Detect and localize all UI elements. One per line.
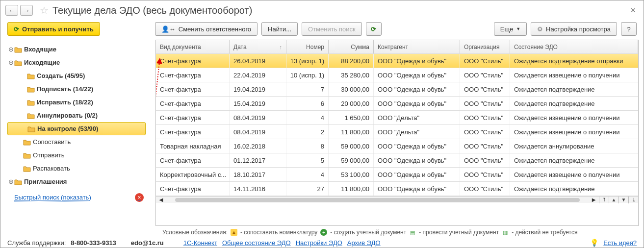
scroll-thumb[interactable]	[175, 198, 580, 202]
tree-inbox[interactable]: ⊕ Входящие	[7, 43, 148, 56]
legend-post: - провести учетный документ	[419, 229, 499, 236]
tree-label: Подписать (14/22)	[37, 85, 93, 93]
find-button[interactable]: Найти...	[261, 22, 298, 36]
tree-create[interactable]: Создать (45/95)	[7, 69, 148, 82]
change-responsible-button[interactable]: 👤↔ Сменить ответственного	[155, 22, 258, 36]
tree-outbox[interactable]: ⊖ Исходящие	[7, 56, 148, 69]
link-idea[interactable]: Есть идея?	[603, 239, 637, 247]
table-row[interactable]: Счет-фактура15.04.2019620 000,00ООО "Оде…	[156, 97, 638, 111]
legend: Условные обозначения: ▲ - сопоставить но…	[0, 226, 644, 236]
cell-sum: 20 000,00	[329, 97, 374, 110]
quick-search-link[interactable]: Быстрый поиск (показать)	[14, 194, 91, 201]
table-row[interactable]: Товарная накладная16.02.2018859 000,00ОО…	[156, 139, 638, 153]
support-label: Служба поддержки:	[7, 239, 66, 247]
cell-num: 2	[286, 125, 329, 139]
tree: ⊕ Входящие ⊖ Исходящие Создать (45/95) П…	[0, 40, 148, 226]
tree-sign[interactable]: Подписать (14/22)	[7, 82, 148, 96]
table-row[interactable]: Счет-фактура08.04.2019211 800,00ООО "Дел…	[156, 125, 638, 139]
cell-org: ООО "Стиль"	[460, 125, 510, 139]
favorite-icon[interactable]: ☆	[39, 5, 50, 16]
nav-last-icon[interactable]: ⤓	[628, 197, 638, 203]
table-row[interactable]: Корректировочный с...18.10.2017453 100,0…	[156, 168, 638, 182]
cell-org: ООО "Стиль"	[460, 82, 510, 96]
folder-icon	[27, 125, 37, 132]
col-org[interactable]: Организация	[460, 40, 510, 53]
folder-icon	[23, 152, 33, 159]
legend-match: - сопоставить номенклатуру	[240, 229, 317, 236]
cell-type: Счет-фактура	[156, 82, 230, 96]
tree-match[interactable]: Сопоставить	[7, 135, 148, 149]
clear-search-icon[interactable]: ×	[135, 193, 144, 202]
collapse-icon[interactable]: ⊖	[7, 59, 14, 66]
cell-type: Счет-фактура	[156, 97, 230, 110]
col-state[interactable]: Состояние ЭДО	[510, 40, 638, 53]
col-kontr[interactable]: Контрагент	[374, 40, 460, 53]
link-settings[interactable]: Настройки ЭДО	[296, 239, 342, 247]
cancel-find-button[interactable]: Отменить поиск	[302, 22, 362, 36]
col-date[interactable]: Дата↑	[230, 40, 286, 53]
tree-label: Создать (45/95)	[37, 72, 85, 79]
cell-sum: 1 650,00	[329, 111, 374, 124]
legend-create: - создать учетный документ	[330, 229, 406, 236]
table-row[interactable]: Счет-фактура08.04.201941 650,00ООО "Дель…	[156, 111, 638, 125]
forward-button[interactable]: →	[20, 5, 33, 16]
tree-label: Распаковать	[33, 165, 70, 172]
gear-icon: ⚙	[537, 25, 543, 33]
cell-num: 7	[286, 82, 329, 96]
expand-icon[interactable]: ⊕	[7, 178, 14, 185]
grid: Вид документа Дата↑ Номер Сумма Контраге…	[155, 40, 639, 226]
cell-org: ООО "Стиль"	[460, 182, 510, 196]
grid-scrollbar[interactable]: ◄ ► ⤒ ▲ ▼ ⤓	[156, 196, 638, 203]
cell-sum: 59 000,00	[329, 139, 374, 153]
tree-unpack[interactable]: Распаковать	[7, 162, 148, 175]
cell-org: ООО "Стиль"	[460, 139, 510, 153]
folder-icon	[27, 99, 37, 106]
tree-control[interactable]: На контроле (53/90)	[7, 122, 146, 135]
expand-icon[interactable]: ⊕	[7, 46, 14, 53]
col-type[interactable]: Вид документа	[156, 40, 230, 53]
nav-down-icon[interactable]: ▼	[618, 197, 628, 203]
help-button[interactable]: ?	[621, 22, 637, 36]
cell-num: 4	[286, 168, 329, 181]
col-num[interactable]: Номер	[286, 40, 329, 53]
cell-type: Счет-фактура	[156, 68, 230, 82]
view-settings-button[interactable]: ⚙ Настройка просмотра	[531, 22, 617, 36]
back-button[interactable]: ←	[5, 5, 18, 16]
tree-fix[interactable]: Исправить (18/22)	[7, 96, 148, 109]
refresh-button[interactable]: ⟳	[366, 22, 382, 36]
table-row[interactable]: Счет-фактура01.12.2017559 000,00ООО "Оде…	[156, 153, 638, 168]
cell-sum: 11 800,00	[329, 182, 374, 196]
table-row[interactable]: Счет-фактура14.11.20162711 800,00ООО "Од…	[156, 182, 638, 196]
tree-annul[interactable]: Аннулировать (0/2)	[7, 109, 148, 122]
cell-org: ООО "Стиль"	[460, 97, 510, 110]
table-row[interactable]: Счет-фактура19.04.2019730 000,00ООО "Оде…	[156, 82, 638, 97]
nav-up-icon[interactable]: ▲	[609, 197, 618, 203]
col-sum[interactable]: Сумма	[329, 40, 374, 53]
link-archive[interactable]: Архив ЭДО	[347, 239, 381, 247]
warning-icon: ▲	[231, 229, 237, 236]
nav-first-icon[interactable]: ⤒	[599, 197, 609, 203]
more-button[interactable]: Еще ▼	[494, 22, 527, 36]
tree-send[interactable]: Отправить	[7, 149, 148, 162]
cell-date: 16.02.2018	[230, 139, 286, 153]
legend-none: - действий не требуется	[512, 229, 577, 236]
link-connect[interactable]: 1С-Коннект	[183, 239, 217, 247]
table-row[interactable]: Счет-фактура26.04.201913 (испр. 1)88 200…	[156, 54, 638, 68]
tree-label: Отправить	[33, 151, 64, 159]
cell-sum: 35 280,00	[329, 68, 374, 82]
send-receive-button[interactable]: ⟳ Отправить и получить	[7, 22, 100, 36]
cell-date: 15.04.2019	[230, 97, 286, 110]
cell-date: 01.12.2017	[230, 153, 286, 167]
scroll-left-icon[interactable]: ◄	[156, 196, 166, 203]
scroll-right-icon[interactable]: ►	[589, 196, 599, 203]
support-email: edo@1c.ru	[131, 239, 164, 247]
table-row[interactable]: Счет-фактура22.04.201910 (испр. 1)35 280…	[156, 68, 638, 82]
cell-kontr: ООО "Одежда и обувь"	[374, 182, 460, 196]
tree-invites[interactable]: ⊕ Приглашения	[7, 175, 148, 188]
link-state[interactable]: Общее состояние ЭДО	[222, 239, 291, 247]
cell-state: Ожидается извещение о получении	[510, 125, 638, 139]
footer: Служба поддержки: 8-800-333-9313 edo@1c.…	[0, 236, 644, 247]
folder-icon	[27, 73, 37, 79]
folder-icon	[27, 86, 37, 93]
close-button[interactable]: ×	[627, 5, 639, 16]
